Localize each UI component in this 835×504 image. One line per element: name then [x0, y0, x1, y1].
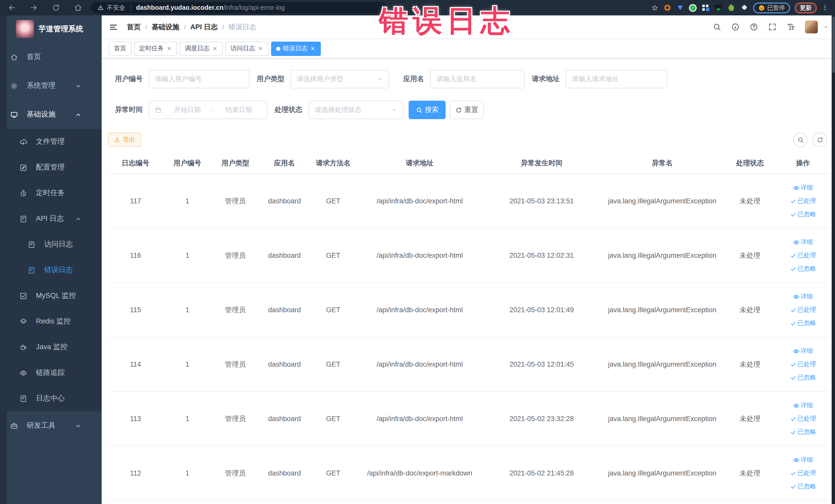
tab-home[interactable]: 首页	[109, 41, 131, 56]
detail-link[interactable]: 详细	[776, 453, 830, 466]
tab-scheduled-tasks[interactable]: 定时任务	[134, 41, 177, 56]
sidebar-item-java-monitor[interactable]: Java 监控	[0, 334, 102, 360]
help-icon[interactable]	[750, 23, 758, 31]
hide-search-button[interactable]	[793, 133, 808, 147]
ignored-link[interactable]: 已忽略	[776, 371, 830, 384]
user-type-select[interactable]: 请选择用户类型	[290, 70, 389, 88]
font-size-icon[interactable]	[787, 23, 795, 31]
sidebar-item-home[interactable]: 首页	[0, 43, 102, 72]
browser-reload-icon[interactable]	[52, 4, 60, 12]
processed-link[interactable]: 已处理	[776, 358, 830, 371]
app-name-input[interactable]: 请输入应用名	[430, 70, 525, 88]
chevron-down-icon	[391, 107, 398, 113]
extensions-puzzle-icon[interactable]	[740, 4, 748, 12]
url-host[interactable]: dashboard.yudao.iocoder.cn	[136, 4, 223, 11]
sidebar-item-error-log[interactable]: 错误日志	[0, 257, 102, 283]
detail-link[interactable]: 详细	[776, 181, 830, 194]
page-scrollbar[interactable]	[832, 15, 835, 504]
export-button[interactable]: 导出	[108, 133, 141, 147]
user-avatar[interactable]	[805, 21, 818, 33]
process-status-select[interactable]: 请选择处理状态	[308, 101, 404, 119]
processed-link[interactable]: 已处理	[776, 194, 830, 208]
extension-leaf-icon[interactable]	[727, 4, 735, 12]
detail-link[interactable]: 详细	[776, 344, 830, 358]
address-divider	[130, 4, 131, 11]
tab-access-log[interactable]: 访问日志	[225, 41, 268, 56]
page: 不安全 dashboard.yudao.iocoder.cn/infra/log…	[0, 0, 835, 504]
detail-link[interactable]: 详细	[776, 236, 830, 249]
sidebar-item-scheduled-tasks[interactable]: 定时任务	[0, 180, 102, 206]
tab-schedule-log[interactable]: 调度日志	[180, 41, 223, 56]
extension-grid-drop-icon[interactable]	[701, 4, 710, 12]
processed-link[interactable]: 已处理	[776, 412, 830, 425]
sidebar-item-log-center[interactable]: 日志中心	[0, 386, 102, 411]
processed-link[interactable]: 已处理	[776, 466, 830, 480]
fullscreen-icon[interactable]	[768, 23, 777, 31]
extension-orange-ring-icon[interactable]	[663, 4, 671, 12]
breadcrumb-item[interactable]: 基础设施	[152, 22, 179, 32]
user-id-input[interactable]: 请输入用户编号	[149, 70, 249, 88]
browser-home-icon[interactable]	[74, 4, 82, 12]
sidebar-item-access-log[interactable]: 访问日志	[0, 231, 102, 257]
close-icon[interactable]	[310, 46, 316, 52]
ignored-link[interactable]: 已忽略	[776, 317, 830, 330]
browser-forward-icon[interactable]	[30, 4, 38, 12]
sidebar-item-dev-tools[interactable]: 研发工具	[0, 411, 102, 440]
sidebar-item-config-management[interactable]: 配置管理	[0, 155, 102, 180]
processed-link[interactable]: 已处理	[776, 303, 830, 317]
processed-link[interactable]: 已处理	[776, 249, 830, 262]
bookmark-star-icon[interactable]	[651, 4, 658, 12]
brand[interactable]: 芋道管理系统	[0, 15, 102, 43]
coffee-icon	[20, 343, 27, 351]
search-icon[interactable]	[713, 23, 721, 31]
detail-link[interactable]: 详细	[776, 399, 830, 412]
cell-user-type: 管理员	[211, 337, 259, 391]
extension-green-check-icon[interactable]: ✓	[689, 4, 697, 12]
cell-app: dashboard	[259, 174, 309, 228]
column-header: 日志编号	[108, 153, 163, 174]
browser-menu-icon[interactable]	[821, 4, 829, 11]
close-icon[interactable]	[212, 46, 218, 52]
home-icon	[10, 53, 18, 61]
sidebar-toggle-icon[interactable]	[109, 22, 118, 32]
cell-actions: 详细已处理已忽略	[776, 337, 830, 391]
table-row: 1121管理员dashboardGET/api/infra/db-doc/exp…	[108, 446, 830, 500]
ignored-link[interactable]: 已忽略	[776, 425, 830, 439]
url-path[interactable]: /infra/log/api-error-log	[223, 4, 285, 11]
reset-button[interactable]: 重置	[450, 101, 484, 119]
breadcrumb-item[interactable]: 首页	[127, 22, 141, 32]
sidebar-item-mysql-monitor[interactable]: MySQL 监控	[0, 283, 102, 309]
browser-back-icon[interactable]	[8, 4, 16, 12]
sidebar-item-infrastructure[interactable]: 基础设施	[0, 100, 102, 129]
search-icon	[415, 106, 422, 113]
sidebar-item-trace[interactable]: 链路追踪	[0, 360, 102, 386]
search-button[interactable]: 搜索	[409, 101, 446, 119]
doc-edit-icon	[20, 395, 27, 402]
ignored-link[interactable]: 已忽略	[776, 262, 830, 276]
sidebar-item-redis-monitor[interactable]: Redis 监控	[0, 309, 102, 334]
profile-paused-badge[interactable]: 已暂停	[753, 2, 790, 13]
ignored-link[interactable]: 已忽略	[776, 480, 830, 493]
browser-update-button[interactable]: 更新	[795, 2, 817, 13]
avatar-caret-down-icon[interactable]	[823, 24, 829, 30]
ignored-link[interactable]: 已忽略	[776, 208, 830, 221]
security-label[interactable]: 不安全	[107, 3, 125, 12]
tab-error-log[interactable]: 错误日志	[271, 41, 321, 56]
sidebar-item-system-management[interactable]: 系统管理	[0, 72, 102, 100]
address-bar[interactable]: 不安全 dashboard.yudao.iocoder.cn/infra/log…	[91, 2, 387, 13]
refresh-button[interactable]	[813, 133, 827, 147]
breadcrumb-item[interactable]: API 日志	[190, 22, 218, 32]
close-icon[interactable]	[166, 46, 172, 52]
extension-on-badge-icon[interactable]: on	[714, 4, 722, 12]
detail-link[interactable]: 详细	[776, 290, 830, 303]
close-icon[interactable]	[258, 46, 263, 52]
extension-blue-drop-icon[interactable]	[676, 4, 684, 12]
request-url-input[interactable]: 请输入请求地址	[566, 70, 667, 88]
sidebar-item-api-log[interactable]: API 日志	[0, 206, 102, 231]
exception-time-range-picker[interactable]: 开始日期 - 结束日期	[149, 101, 267, 119]
check-icon	[790, 253, 796, 259]
paused-label: 已暂停	[767, 4, 785, 12]
scrollbar-thumb[interactable]	[832, 16, 835, 73]
sidebar-item-file-management[interactable]: 文件管理	[0, 129, 102, 155]
github-icon[interactable]	[731, 23, 740, 31]
